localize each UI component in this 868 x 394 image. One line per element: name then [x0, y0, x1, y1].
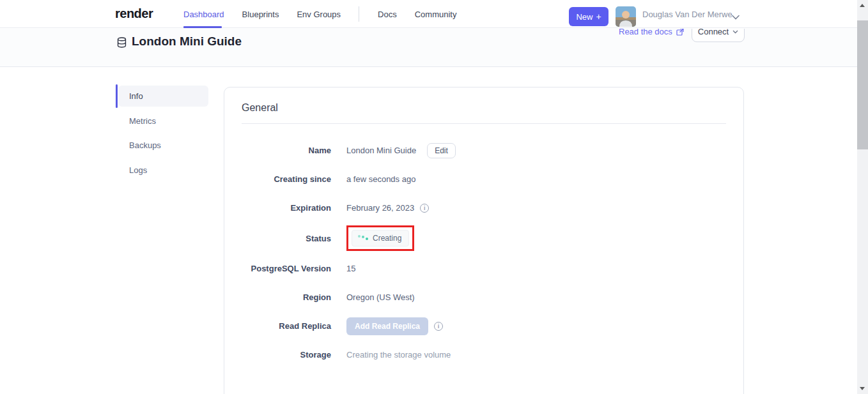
read-the-docs-label: Read the docs: [619, 29, 672, 36]
status-badge: Creating: [352, 230, 409, 246]
storage-value: Creating the storage volume: [346, 350, 451, 360]
red-annotation-box: Creating: [346, 225, 414, 251]
nav-item-env-groups[interactable]: Env Groups: [297, 10, 341, 19]
field-label: Creating since: [242, 174, 331, 184]
page-title: London Mini Guide: [132, 34, 242, 49]
field-label: Storage: [242, 350, 331, 360]
database-icon: [116, 37, 127, 50]
chevron-down-icon[interactable]: [732, 11, 740, 22]
info-icon[interactable]: i: [420, 204, 429, 213]
sidebar-item-info[interactable]: Info: [118, 86, 208, 107]
user-name[interactable]: Douglas Van Der Merwe: [642, 10, 732, 19]
info-icon[interactable]: i: [434, 322, 443, 331]
read-the-docs-link[interactable]: Read the docs: [619, 29, 684, 36]
render-logo[interactable]: render: [115, 6, 153, 21]
scrollbar-thumb[interactable]: [857, 20, 868, 149]
nav-item-blueprints[interactable]: Blueprints: [242, 10, 279, 19]
field-rows: Name London Mini Guide Edit Creating sin…: [224, 136, 743, 369]
row-creating-since: Creating since a few seconds ago: [224, 165, 743, 193]
sidebar-active-indicator: [116, 84, 118, 108]
loading-dots-icon: [358, 237, 368, 239]
active-tab-underline: [183, 26, 222, 28]
page-header: London Mini Guide Read the docs Connect: [0, 29, 857, 67]
row-status: Status Creating: [224, 222, 743, 254]
row-expiration: Expiration February 26, 2023 i: [224, 193, 743, 222]
postgres-version-value: 15: [346, 264, 355, 273]
user-avatar[interactable]: [616, 6, 636, 27]
nav-links: Dashboard Blueprints Env Groups Docs Com…: [183, 0, 474, 28]
nav-item-docs[interactable]: Docs: [378, 10, 397, 19]
field-label: PostgreSQL Version: [242, 264, 331, 273]
plus-icon: +: [596, 11, 601, 22]
row-read-replica: Read Replica Add Read Replica i: [224, 312, 743, 340]
connect-button-label: Connect: [698, 29, 729, 36]
vertical-scrollbar[interactable]: [857, 0, 868, 394]
field-label: Expiration: [242, 203, 331, 213]
sidebar-item-label: Backups: [129, 140, 161, 150]
add-read-replica-button[interactable]: Add Read Replica: [346, 317, 428, 335]
scroll-up-icon[interactable]: [860, 4, 865, 7]
scroll-down-icon[interactable]: [860, 387, 865, 390]
status-value: Creating: [373, 234, 401, 243]
sidebar-item-logs[interactable]: Logs: [118, 160, 208, 181]
connect-button[interactable]: Connect: [692, 29, 745, 42]
field-label: Region: [242, 292, 331, 302]
sidebar-item-label: Logs: [129, 165, 147, 175]
card-divider: [242, 123, 726, 124]
new-button[interactable]: New +: [569, 7, 608, 26]
row-postgres-version: PostgreSQL Version 15: [224, 254, 743, 283]
top-navbar: render Dashboard Blueprints Env Groups D…: [0, 0, 857, 28]
nav-divider: [359, 6, 359, 22]
sidebar-item-label: Info: [129, 91, 143, 101]
row-region: Region Oregon (US West): [224, 283, 743, 312]
new-button-label: New: [576, 12, 593, 22]
external-link-icon: [676, 29, 684, 36]
field-label: Status: [242, 234, 331, 243]
avatar-image: [616, 6, 636, 27]
sidebar-item-backups[interactable]: Backups: [118, 135, 208, 156]
field-label: Read Replica: [242, 321, 331, 331]
sidebar-item-label: Metrics: [129, 116, 156, 126]
nav-item-dashboard[interactable]: Dashboard: [183, 10, 224, 19]
chevron-down-icon: [732, 30, 738, 34]
row-storage: Storage Creating the storage volume: [224, 340, 743, 369]
nav-item-community[interactable]: Community: [415, 10, 457, 19]
expiration-value: February 26, 2023: [346, 203, 414, 213]
sidebar-item-metrics[interactable]: Metrics: [118, 110, 208, 132]
region-value: Oregon (US West): [346, 292, 415, 302]
row-name: Name London Mini Guide Edit: [224, 136, 743, 165]
edit-name-button[interactable]: Edit: [427, 143, 456, 158]
name-value: London Mini Guide: [346, 146, 416, 155]
card-heading: General: [242, 102, 743, 114]
general-card: General Name London Mini Guide Edit Crea…: [224, 87, 744, 394]
creating-since-value: a few seconds ago: [346, 174, 415, 184]
field-label: Name: [242, 146, 331, 155]
